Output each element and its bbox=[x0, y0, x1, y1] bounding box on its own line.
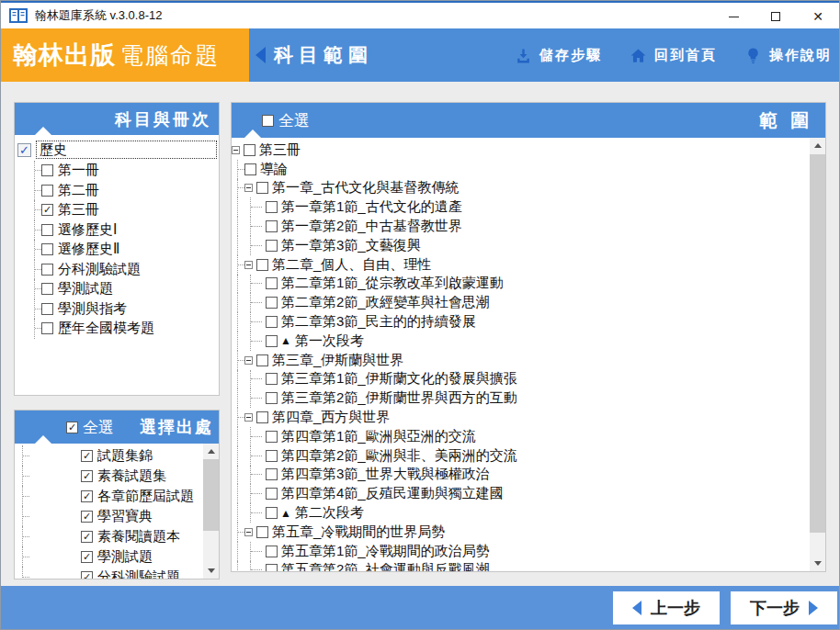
source-row[interactable]: ✓素養閱讀題本 bbox=[15, 526, 203, 546]
save-steps-button[interactable]: 儲存步驟 bbox=[515, 47, 602, 64]
source-checkbox[interactable]: ✓ bbox=[81, 490, 93, 502]
source-checkbox[interactable]: ✓ bbox=[81, 470, 93, 482]
tree-collapse-icon[interactable] bbox=[244, 528, 253, 536]
previous-step-button[interactable]: 上一步 bbox=[613, 591, 720, 624]
tree-collapse-icon[interactable] bbox=[232, 146, 240, 154]
chapter-checkbox[interactable] bbox=[256, 411, 268, 423]
source-checkbox[interactable]: ✓ bbox=[81, 551, 93, 563]
scroll-down-button[interactable] bbox=[203, 563, 219, 579]
chapter-checkbox[interactable] bbox=[266, 507, 278, 519]
tree-collapse-icon[interactable] bbox=[244, 261, 253, 269]
volume-checkbox[interactable]: ✓ bbox=[41, 204, 53, 216]
source-row[interactable]: ✓學習寶典 bbox=[15, 506, 203, 526]
source-checkbox[interactable]: ✓ bbox=[81, 531, 93, 543]
chapter-checkbox[interactable] bbox=[266, 468, 278, 480]
tree-collapse-icon[interactable] bbox=[244, 413, 253, 422]
subject-volume-row[interactable]: 分科測驗試題 bbox=[15, 260, 219, 280]
scope-tree-row[interactable]: 第二章第2節_政經變革與社會思潮 bbox=[232, 293, 810, 312]
scope-tree-row[interactable]: ▲第二次段考 bbox=[232, 503, 810, 523]
chapter-checkbox[interactable] bbox=[256, 182, 268, 194]
chapter-checkbox[interactable] bbox=[266, 240, 278, 252]
scope-tree-row[interactable]: 第三章第2節_伊斯蘭世界與西方的互動 bbox=[232, 388, 810, 408]
volume-checkbox[interactable] bbox=[41, 303, 53, 315]
tree-collapse-icon[interactable] bbox=[244, 356, 253, 365]
volume-checkbox[interactable] bbox=[41, 224, 53, 236]
chapter-checkbox[interactable] bbox=[266, 373, 278, 385]
source-checkbox[interactable]: ✓ bbox=[81, 450, 93, 462]
source-row[interactable]: ✓試題集錦 bbox=[15, 445, 203, 466]
scope-tree-row[interactable]: 第一章第1節_古代文化的遺產 bbox=[232, 197, 810, 217]
subject-root-label[interactable]: 歷史 bbox=[36, 141, 217, 159]
scope-tree-row[interactable]: 第二章第1節_從宗教改革到啟蒙運動 bbox=[232, 275, 810, 294]
source-checkbox[interactable]: ✓ bbox=[81, 511, 93, 523]
subject-volume-row[interactable]: 學測與指考 bbox=[15, 299, 219, 320]
scope-select-all-label[interactable]: 全選 bbox=[278, 110, 310, 131]
volume-checkbox[interactable] bbox=[41, 243, 53, 255]
next-step-button[interactable]: 下一步 bbox=[731, 591, 837, 624]
scope-select-all-checkbox[interactable] bbox=[262, 115, 274, 127]
scroll-up-button[interactable] bbox=[810, 138, 825, 153]
scope-tree-row[interactable]: 第四章第2節_歐洲與非、美兩洲的交流 bbox=[232, 446, 810, 466]
chapter-checkbox[interactable] bbox=[266, 431, 278, 443]
subject-volume-row[interactable]: ✓第三冊 bbox=[15, 200, 219, 220]
scope-tree-row[interactable]: 第五章第1節_冷戰期間的政治局勢 bbox=[232, 542, 810, 561]
subject-volume-row[interactable]: 選修歷史Ⅰ bbox=[15, 220, 219, 241]
chapter-checkbox[interactable] bbox=[244, 163, 256, 175]
scope-tree-row[interactable]: 第一章_古代文化與基督教傳統 bbox=[232, 179, 810, 198]
volume-checkbox[interactable] bbox=[41, 164, 53, 176]
scope-tree-row[interactable]: 第二章第3節_民主的的持續發展 bbox=[232, 312, 810, 332]
source-checkbox[interactable]: ✓ bbox=[81, 571, 93, 579]
scope-tree-row[interactable]: 第四章第1節_歐洲與亞洲的交流 bbox=[232, 427, 810, 446]
subject-root-checkbox[interactable]: ✓ bbox=[17, 143, 31, 157]
scroll-down-button[interactable] bbox=[810, 556, 825, 571]
source-select-all-checkbox[interactable]: ✓ bbox=[66, 422, 78, 433]
home-button[interactable]: 回到首頁 bbox=[630, 47, 717, 64]
scope-scrollbar[interactable] bbox=[810, 138, 825, 571]
scope-tree-row[interactable]: 第三章_伊斯蘭與世界 bbox=[232, 351, 810, 370]
scope-tree-row[interactable]: 第五章_冷戰期間的世界局勢 bbox=[232, 523, 810, 542]
tree-collapse-icon[interactable] bbox=[244, 184, 253, 192]
scope-tree-row[interactable]: ▲第一次段考 bbox=[232, 332, 810, 351]
chapter-checkbox[interactable] bbox=[256, 526, 268, 538]
scope-tree-row[interactable]: 第四章第3節_世界大戰與極權政治 bbox=[232, 466, 810, 485]
chapter-checkbox[interactable] bbox=[266, 220, 278, 232]
subject-volume-row[interactable]: 第二冊 bbox=[15, 181, 219, 201]
source-row[interactable]: ✓各章節歷屆試題 bbox=[15, 486, 203, 506]
volume-checkbox[interactable] bbox=[41, 185, 53, 197]
help-button[interactable]: 操作說明 bbox=[744, 47, 832, 64]
source-select-all-label[interactable]: 全選 bbox=[83, 417, 114, 438]
scope-tree-row[interactable]: 第四章_西方與世界 bbox=[232, 408, 810, 427]
chapter-checkbox[interactable] bbox=[266, 564, 278, 571]
maximize-button[interactable] bbox=[755, 3, 797, 30]
subject-volume-row[interactable]: 第一冊 bbox=[15, 161, 219, 181]
scope-tree-row[interactable]: 第二章_個人、自由、理性 bbox=[232, 255, 810, 275]
scroll-up-button[interactable] bbox=[203, 444, 219, 459]
chapter-checkbox[interactable] bbox=[256, 354, 268, 366]
source-scrollbar[interactable] bbox=[203, 444, 219, 579]
chapter-checkbox[interactable] bbox=[266, 546, 278, 557]
chapter-checkbox[interactable] bbox=[266, 277, 278, 289]
chapter-checkbox[interactable] bbox=[256, 259, 268, 271]
scope-tree-row[interactable]: 第一章第3節_文藝復興 bbox=[232, 236, 810, 255]
scrollbar-thumb[interactable] bbox=[203, 459, 219, 531]
chapter-checkbox[interactable] bbox=[266, 201, 278, 213]
scope-tree-row[interactable]: 導論 bbox=[232, 160, 810, 179]
chapter-checkbox[interactable] bbox=[266, 316, 278, 328]
chapter-checkbox[interactable] bbox=[266, 392, 278, 404]
volume-checkbox[interactable] bbox=[41, 322, 53, 334]
source-row[interactable]: ✓分科測驗試題 bbox=[15, 567, 203, 579]
volume-checkbox[interactable] bbox=[41, 264, 53, 276]
subject-volume-row[interactable]: 學測試題 bbox=[15, 279, 219, 299]
chapter-checkbox[interactable] bbox=[266, 297, 278, 309]
chapter-checkbox[interactable] bbox=[266, 488, 278, 500]
subject-root-row[interactable]: ✓ 歷史 bbox=[15, 139, 219, 161]
chapter-checkbox[interactable] bbox=[266, 335, 278, 347]
scope-tree-row[interactable]: 第三章第1節_伊斯蘭文化的發展與擴張 bbox=[232, 370, 810, 389]
subject-volume-row[interactable]: 選修歷史Ⅱ bbox=[15, 240, 219, 260]
chapter-checkbox[interactable] bbox=[266, 450, 278, 462]
close-button[interactable]: ✕ bbox=[797, 3, 839, 30]
source-row[interactable]: ✓學測試題 bbox=[15, 546, 203, 567]
chapter-checkbox[interactable] bbox=[244, 144, 255, 156]
scope-tree-row[interactable]: 第三冊 bbox=[232, 141, 810, 160]
volume-checkbox[interactable] bbox=[41, 283, 53, 295]
